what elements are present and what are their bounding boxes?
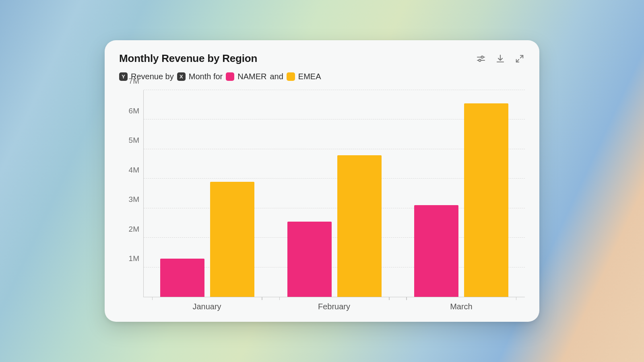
chart-card: Monthly Revenue by Region Y [105, 40, 539, 322]
y-axis: 1M2M3M4M5M6M7M [119, 90, 143, 297]
legend-and: and [270, 72, 283, 81]
x-tick-label: March [398, 302, 525, 311]
bar-group [160, 90, 254, 297]
bar-namer[interactable] [287, 222, 332, 297]
x-axis: JanuaryFebruaryMarch [143, 297, 525, 311]
y-axis-badge: Y [119, 72, 128, 81]
x-tick-label: February [270, 302, 398, 311]
bar-emea[interactable] [464, 103, 508, 297]
svg-point-3 [479, 59, 481, 61]
chart-title: Monthly Revenue by Region [119, 52, 257, 65]
legend-x-text: Month for [189, 72, 223, 81]
card-header: Monthly Revenue by Region [119, 52, 525, 65]
expand-icon[interactable] [514, 53, 525, 64]
plot-area [143, 90, 525, 297]
bar-namer[interactable] [414, 205, 458, 297]
settings-icon[interactable] [476, 53, 486, 64]
legend-series1: NAMER [237, 72, 266, 81]
bar-emea[interactable] [337, 155, 382, 297]
legend-swatch-namer [226, 72, 234, 81]
bar-emea[interactable] [210, 182, 254, 297]
y-tick-label: 6M [129, 107, 139, 115]
y-tick-label: 1M [129, 254, 139, 263]
chart-area: 1M2M3M4M5M6M7M JanuaryFebruaryMarch [119, 90, 525, 311]
legend-swatch-emea [287, 72, 295, 81]
x-axis-badge: X [177, 72, 186, 81]
bar-group [287, 90, 382, 297]
x-tick-label: January [143, 302, 270, 311]
bar-namer[interactable] [160, 259, 204, 297]
legend-series2: EMEA [298, 72, 321, 81]
y-tick-label: 4M [129, 166, 139, 175]
y-tick-label: 7M [129, 77, 139, 86]
download-icon[interactable] [495, 53, 506, 64]
y-tick-label: 2M [129, 225, 139, 234]
bar-group [414, 90, 508, 297]
y-tick-label: 5M [129, 136, 139, 145]
svg-point-1 [481, 56, 483, 58]
y-tick-label: 3M [129, 195, 139, 204]
chart-actions [476, 53, 525, 64]
chart-legend: Y Revenue by X Month for NAMER and EMEA [119, 72, 525, 81]
